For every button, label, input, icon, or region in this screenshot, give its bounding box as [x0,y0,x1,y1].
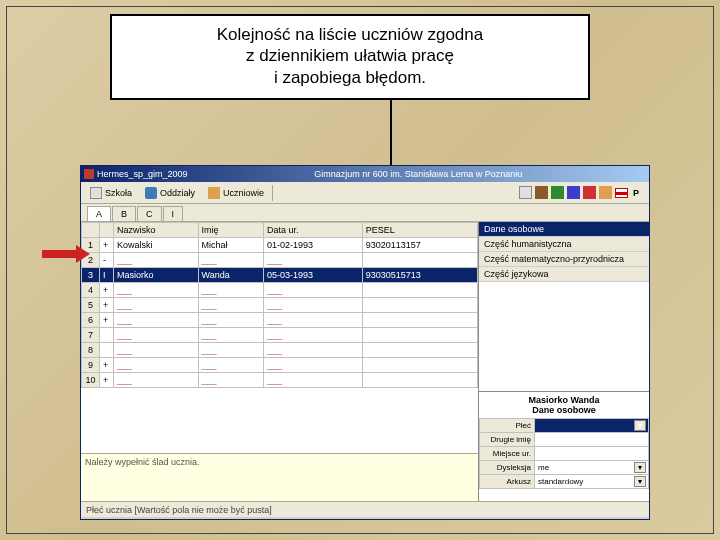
cell-surname: ___ [114,373,199,388]
table-row[interactable]: 5+_________ [82,298,478,313]
toolbar: Szkoła Oddziały Uczniowie P [81,182,649,204]
hint-text: Należy wypełnić ślad ucznia. [85,457,200,467]
detail-row: Dysleksjame [480,461,649,475]
tab-a[interactable]: A [87,206,111,221]
side-tab-personal[interactable]: Dane osobowe [479,222,649,237]
cell-num: 4 [82,283,100,298]
side-tabs: Dane osobowe Część humanistyczna Część m… [479,222,649,282]
cell-mark: I [100,268,114,283]
students-grid[interactable]: Nazwisko Imię Data ur. PESEL 1+KowalskiM… [81,222,478,453]
cell-surname: ___ [114,358,199,373]
col-pesel[interactable]: PESEL [362,223,477,238]
col-rownum [82,223,100,238]
tool-icon-5[interactable] [583,186,596,199]
tool-icon-3[interactable] [551,186,564,199]
table-row[interactable]: 7_________ [82,328,478,343]
detail-value[interactable]: standardowy [535,475,649,489]
cell-surname: ___ [114,298,199,313]
cell-surname: Masiorko [114,268,199,283]
cell-pesel [362,283,477,298]
tab-c[interactable]: C [137,206,162,221]
cell-pesel [362,373,477,388]
col-dob[interactable]: Data ur. [264,223,363,238]
cell-surname: ___ [114,283,199,298]
hint-area: Należy wypełnić ślad ucznia. [81,453,478,501]
callout-box: Kolejność na liście uczniów zgodna z dzi… [110,14,590,100]
toolbar-schools[interactable]: Szkoła [85,185,137,201]
titlebar: Hermes_sp_gim_2009 Gimnazjum nr 600 im. … [81,166,649,182]
cell-num: 8 [82,343,100,358]
status-text: Płeć ucznia [Wartość pola nie może być p… [86,505,272,515]
tab-b[interactable]: B [112,206,136,221]
toolbar-flag-label: P [633,188,639,198]
tool-icon-2[interactable] [535,186,548,199]
title-school: Gimnazjum nr 600 im. Stanisława Lema w P… [314,169,522,179]
cell-mark: + [100,313,114,328]
save-icon[interactable] [567,186,580,199]
cell-name: Wanda [198,268,263,283]
cell-dob: ___ [264,298,363,313]
table-row[interactable]: 6+_________ [82,313,478,328]
detail-label: Dysleksja [480,461,535,475]
cell-surname: ___ [114,253,199,268]
cell-pesel [362,343,477,358]
cell-mark: + [100,373,114,388]
status-bar: Płeć ucznia [Wartość pola nie może być p… [81,501,649,517]
cell-dob: ___ [264,313,363,328]
cell-num: 3 [82,268,100,283]
cell-mark: + [100,298,114,313]
table-row[interactable]: 4+_________ [82,283,478,298]
cell-mark [100,343,114,358]
detail-value[interactable] [535,433,649,447]
detail-section-title: Dane osobowe [479,405,649,415]
detail-row: Płeć [480,419,649,433]
toolbar-classes[interactable]: Oddziały [140,185,200,201]
cell-num: 5 [82,298,100,313]
cell-pesel [362,328,477,343]
col-mark [100,223,114,238]
detail-row: Miejsce ur. [480,447,649,461]
table-row[interactable]: 2-_________ [82,253,478,268]
table-row[interactable]: 9+_________ [82,358,478,373]
toolbar-schools-label: Szkoła [105,188,132,198]
cell-surname: ___ [114,328,199,343]
toolbar-students-label: Uczniowie [223,188,264,198]
cell-pesel [362,298,477,313]
toolbar-students[interactable]: Uczniowie [203,185,269,201]
cell-surname: Kowalski [114,238,199,253]
cell-num: 7 [82,328,100,343]
students-icon [208,187,220,199]
side-tab-humanistic[interactable]: Część humanistyczna [479,237,649,252]
cell-mark: + [100,358,114,373]
side-tab-math[interactable]: Część matematyczno-przyrodnicza [479,252,649,267]
col-name[interactable]: Imię [198,223,263,238]
cell-pesel [362,253,477,268]
cell-pesel: 93020113157 [362,238,477,253]
cell-surname: ___ [114,313,199,328]
table-row[interactable]: 3IMasiorkoWanda05-03-199393030515713 [82,268,478,283]
detail-value[interactable]: me [535,461,649,475]
table-row[interactable]: 1+KowalskiMichał01-02-199393020113157 [82,238,478,253]
app-window: Hermes_sp_gim_2009 Gimnazjum nr 600 im. … [80,165,650,520]
app-icon [84,169,94,179]
detail-value[interactable] [535,419,649,433]
table-row[interactable]: 8_________ [82,343,478,358]
cell-dob: ___ [264,328,363,343]
side-tab-lang[interactable]: Część językowa [479,267,649,282]
cell-dob: 01-02-1993 [264,238,363,253]
cell-name: Michał [198,238,263,253]
col-surname[interactable]: Nazwisko [114,223,199,238]
detail-value[interactable] [535,447,649,461]
cell-mark [100,328,114,343]
tab-i[interactable]: I [163,206,184,221]
toolbar-separator [272,185,273,201]
cell-num: 6 [82,313,100,328]
detail-student-name: Masiorko Wanda [479,395,649,405]
cell-name: ___ [198,313,263,328]
flag-icon[interactable] [615,188,628,198]
tool-icon-1[interactable] [519,186,532,199]
tool-icon-6[interactable] [599,186,612,199]
table-row[interactable]: 10+_________ [82,373,478,388]
cell-num: 9 [82,358,100,373]
cell-name: ___ [198,373,263,388]
